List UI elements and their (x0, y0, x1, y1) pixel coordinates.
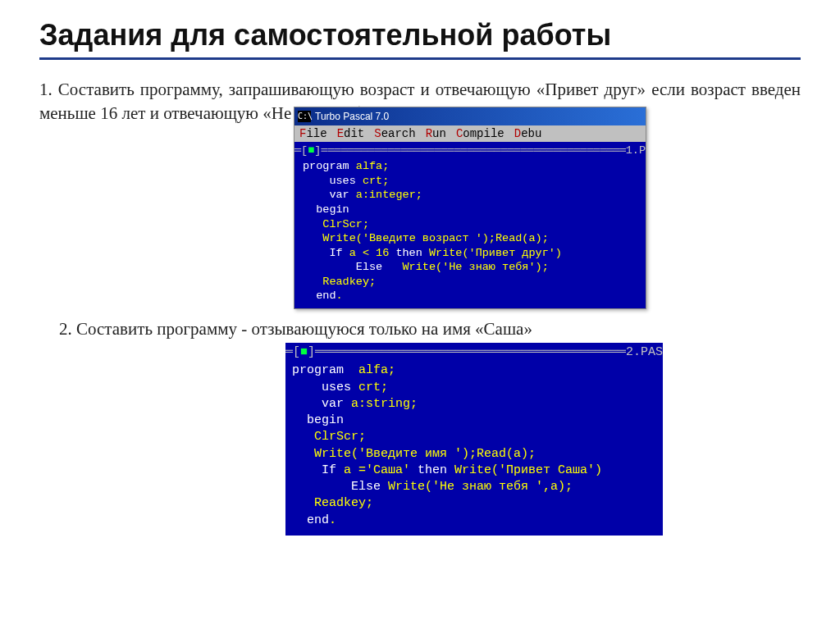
close-icon[interactable]: ■ (308, 144, 314, 158)
code-line: begin (294, 203, 646, 217)
code-line: Readkey; (294, 275, 646, 289)
code-line: begin (285, 412, 663, 429)
code-line: Else Write('Не знаю тебя ',a); (285, 479, 663, 495)
task2-body: Составить программу - отзывающуюся тольк… (76, 319, 532, 339)
window-titlebar: C:\ Turbo Pascal 7.0 (294, 107, 646, 125)
code-line: program alfa; (285, 362, 663, 379)
code-line: Write('Введите имя ');Read(a); (285, 446, 663, 463)
slide: Задания для самостоятельной работы 1. Со… (0, 0, 840, 552)
close-bracket-l: ═[ (285, 344, 300, 361)
menu-compile[interactable]: Compile (456, 127, 504, 140)
close-bracket-r: ]═ (314, 144, 327, 158)
editor-tab-line-2: ═[■]═ ══════════════════════════════════… (285, 344, 663, 362)
window-title: Turbo Pascal 7.0 (315, 111, 389, 122)
close-bracket-r: ]═ (308, 344, 322, 361)
filename-1: 1.P (626, 144, 646, 158)
code-line: uses crt; (285, 380, 663, 396)
task1-number: 1. (39, 80, 52, 99)
menu-run[interactable]: Run (426, 127, 446, 140)
code-line: var a:integer; (294, 188, 646, 203)
editor-pane-2: ═[■]═ ══════════════════════════════════… (285, 343, 663, 536)
title-underline (39, 57, 801, 60)
code-line: ClrScr; (294, 217, 646, 232)
code-line: var a:string; (285, 396, 663, 412)
code-line: If a < 16 then Write('Привет друг') (294, 246, 646, 261)
menu-file[interactable]: File (299, 127, 327, 140)
menu-debug[interactable]: Debu (514, 127, 542, 140)
system-icon: C:\ (298, 111, 311, 122)
page-title: Задания для самостоятельной работы (39, 18, 801, 52)
menu-edit[interactable]: Edit (337, 127, 365, 140)
editor-tab-line: ═[■]═ ══════════════════════════════════… (294, 144, 646, 160)
task2-number: 2. (59, 319, 72, 339)
code-line: program alfa; (294, 159, 646, 174)
tab-line-filler: ════════════════════════════════════════… (322, 344, 626, 361)
code-line: Write('Введите возраст ');Read(a); (294, 231, 646, 246)
close-icon[interactable]: ■ (300, 344, 308, 361)
code-line: ClrScr; (285, 429, 663, 445)
editor-pane-1: ═[■]═ ══════════════════════════════════… (294, 142, 646, 308)
filename-2: 2.PAS (626, 344, 663, 361)
turbo-pascal-window: C:\ Turbo Pascal 7.0 File Edit Search Ru… (294, 107, 646, 309)
close-bracket-l: ═[ (294, 144, 308, 158)
code-line: end. (285, 513, 663, 529)
code-line: end. (294, 289, 646, 303)
code-line: Readkey; (285, 495, 663, 512)
menubar: File Edit Search Run Compile Debu (294, 125, 646, 142)
code-line: uses crt; (294, 174, 646, 189)
task2-text: 2. Составить программу - отзывающуюся то… (59, 317, 801, 341)
code-line: Else Write('Не знаю тебя'); (294, 260, 646, 275)
menu-search[interactable]: Search (374, 127, 415, 140)
code-line: If a ='Саша' then Write('Привет Саша') (285, 463, 663, 479)
tab-line-filler: ════════════════════════════════════════… (328, 144, 626, 158)
